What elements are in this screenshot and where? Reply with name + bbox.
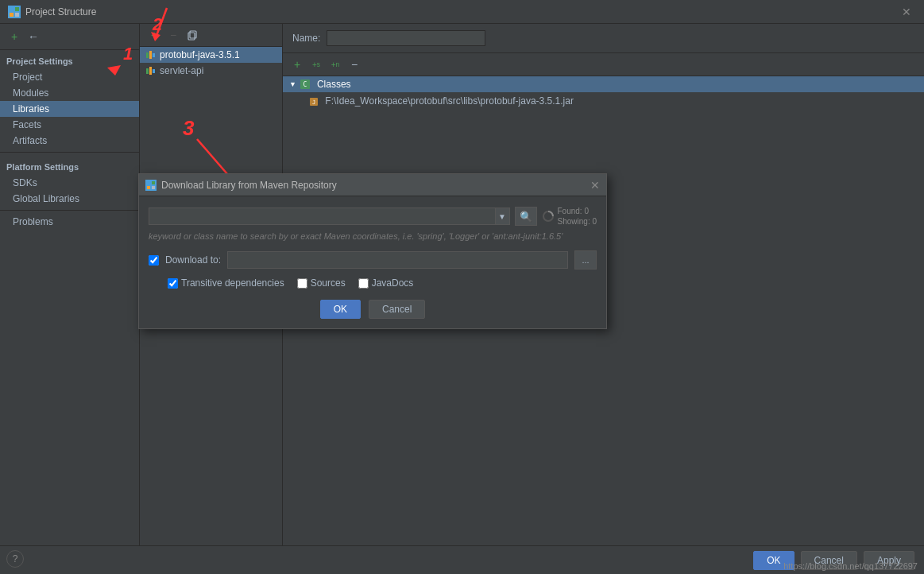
title-bar: Project Structure ✕ — [0, 0, 924, 24]
sidebar-item-label: Facets — [13, 119, 41, 130]
download-label: Download to: — [165, 254, 221, 266]
transitive-label: Transitive dependencies — [181, 277, 284, 289]
sidebar-item-project[interactable]: Project — [0, 69, 139, 85]
search-button[interactable]: 🔍 — [515, 207, 537, 226]
browse-button[interactable]: ... — [574, 250, 597, 270]
detail-toolbar: + +s +n − — [283, 53, 924, 76]
svg-text:J: J — [312, 99, 315, 106]
project-settings-label: Project Settings — [0, 50, 139, 69]
search-hint: keyword or class name to search by or ex… — [149, 231, 597, 241]
sidebar-item-label: Modules — [13, 87, 48, 99]
spinner-icon — [542, 210, 555, 223]
add-native-button[interactable]: +n — [327, 56, 343, 72]
svg-rect-0 — [10, 7, 14, 11]
search-input-wrap: ▼ — [149, 207, 510, 225]
window-title: Project Structure — [25, 6, 897, 17]
sidebar-item-label: SDKs — [13, 177, 37, 188]
sidebar-item-problems[interactable]: Problems — [0, 214, 139, 230]
sources-checkbox[interactable] — [297, 278, 307, 289]
name-label: Name: — [292, 33, 320, 44]
collapse-icon[interactable]: ▼ — [289, 80, 296, 88]
transitive-option: Transitive dependencies — [168, 277, 284, 289]
platform-settings-label: Platform Settings — [0, 156, 139, 175]
javadocs-checkbox[interactable] — [358, 278, 369, 289]
options-row: Transitive dependencies Sources JavaDocs — [149, 277, 597, 289]
showing-label: Showing: 0 — [558, 216, 597, 227]
sidebar-item-libraries[interactable]: Libraries — [0, 101, 139, 117]
svg-rect-5 — [190, 31, 196, 38]
dialog-body: ▼ 🔍 Found: 0 Showing: 0 keyword or class… — [139, 196, 606, 328]
download-checkbox[interactable] — [149, 255, 159, 266]
maven-dialog: Download Library from Maven Repository ✕… — [138, 173, 607, 329]
close-button[interactable]: ✕ — [897, 4, 916, 20]
svg-rect-11 — [152, 181, 155, 184]
dialog-icon — [145, 180, 157, 191]
watermark: https://blog.csdn.net/qq137722697 — [783, 561, 918, 571]
remove-class-button[interactable]: − — [346, 56, 362, 72]
transitive-checkbox[interactable] — [168, 278, 178, 289]
sidebar-item-label: Global Libraries — [13, 193, 79, 204]
search-dropdown-button[interactable]: ▼ — [495, 208, 509, 224]
sidebar-item-label: Problems — [13, 216, 53, 227]
javadocs-option: JavaDocs — [358, 277, 414, 289]
svg-rect-2 — [10, 13, 14, 17]
sidebar-item-label: Artifacts — [13, 135, 47, 146]
jar-path: F:\Idea_Workspace\protobuf\src\libs\prot… — [325, 95, 574, 107]
classes-header: ▼ C Classes — [283, 76, 924, 92]
dialog-title-bar: Download Library from Maven Repository ✕ — [139, 174, 606, 196]
sources-label: Sources — [311, 277, 346, 289]
svg-rect-12 — [147, 186, 150, 189]
add-sources-button[interactable]: +s — [308, 56, 324, 72]
sidebar-item-modules[interactable]: Modules — [0, 85, 139, 101]
found-label: Found: 0 — [558, 206, 597, 216]
sidebar-item-label: Libraries — [13, 103, 49, 114]
copy-library-button[interactable] — [184, 27, 200, 43]
dialog-buttons: OK Cancel — [149, 300, 597, 319]
search-spinner: Found: 0 Showing: 0 — [542, 206, 597, 227]
sidebar-item-facets[interactable]: Facets — [0, 117, 139, 133]
add-button[interactable]: + — [6, 29, 22, 45]
help-button[interactable]: ? — [6, 550, 24, 568]
sidebar-item-artifacts[interactable]: Artifacts — [0, 133, 139, 149]
sidebar-item-sdks[interactable]: SDKs — [0, 175, 139, 191]
javadocs-label: JavaDocs — [372, 277, 414, 289]
add-class-button[interactable]: + — [289, 56, 305, 72]
library-list-toolbar: + − — [140, 24, 282, 47]
search-status: Found: 0 Showing: 0 — [558, 206, 597, 227]
download-path-input[interactable]: F:\Idea_Workspace\protobuf\lib — [227, 251, 568, 269]
svg-rect-4 — [188, 33, 195, 40]
back-button[interactable]: ← — [25, 29, 41, 45]
dialog-close-button[interactable]: ✕ — [590, 179, 600, 192]
sources-option: Sources — [297, 277, 346, 289]
sidebar-item-global-libraries[interactable]: Global Libraries — [0, 191, 139, 207]
classes-content: J F:\Idea_Workspace\protobuf\src\libs\pr… — [283, 92, 924, 111]
library-item-protobuf[interactable]: protobuf-java-3.5.1 — [140, 47, 282, 63]
classes-label: Classes — [317, 79, 351, 90]
remove-library-button[interactable]: − — [165, 27, 181, 43]
library-header: Name: protobuf-java-3.5.1 — [283, 24, 924, 53]
jar-icon: J — [308, 96, 319, 107]
classes-icon: C — [300, 79, 311, 90]
classes-section: ▼ C Classes J F:\Idea_Workspace\protobuf… — [283, 76, 924, 111]
add-library-button[interactable]: + — [146, 27, 162, 43]
dialog-title: Download Library from Maven Repository — [161, 180, 590, 191]
library-name: protobuf-java-3.5.1 — [160, 49, 240, 60]
svg-rect-13 — [152, 186, 155, 189]
svg-text:C: C — [303, 81, 307, 88]
library-name: servlet-api — [160, 65, 203, 76]
svg-rect-3 — [15, 13, 19, 17]
sidebar-item-label: Project — [13, 72, 42, 83]
dialog-cancel-button[interactable]: Cancel — [369, 300, 425, 319]
dialog-ok-button[interactable]: OK — [320, 300, 361, 319]
app-icon — [8, 6, 21, 18]
sidebar-toolbar: + ← — [0, 24, 139, 50]
svg-rect-10 — [147, 181, 150, 184]
svg-rect-1 — [15, 7, 19, 11]
sidebar: + ← Project Settings Project Modules Lib… — [0, 24, 140, 545]
library-item-servlet[interactable]: servlet-api — [140, 63, 282, 79]
search-input[interactable] — [149, 208, 495, 224]
library-icon — [146, 67, 155, 75]
name-input[interactable]: protobuf-java-3.5.1 — [327, 30, 485, 46]
library-icon — [146, 51, 155, 59]
search-row: ▼ 🔍 Found: 0 Showing: 0 — [149, 206, 597, 227]
